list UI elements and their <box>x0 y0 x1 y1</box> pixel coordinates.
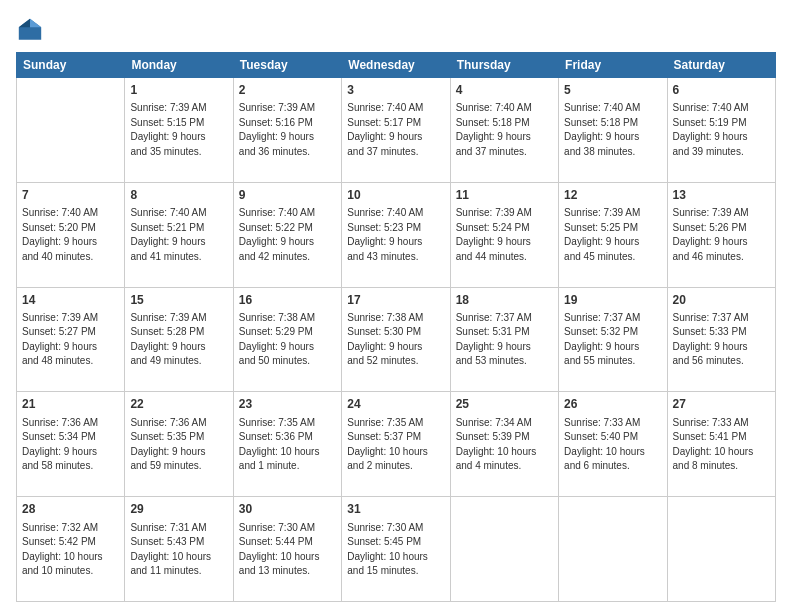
sunrise-text: Sunrise: 7:40 AM <box>22 206 119 221</box>
daylight-text: Daylight: 9 hours <box>456 340 553 355</box>
weekday-header-tuesday: Tuesday <box>233 53 341 78</box>
daylight-text: Daylight: 9 hours <box>130 340 227 355</box>
day-number: 22 <box>130 396 227 413</box>
calendar-cell: 27Sunrise: 7:33 AMSunset: 5:41 PMDayligh… <box>667 392 775 497</box>
day-number: 2 <box>239 82 336 99</box>
calendar-cell: 31Sunrise: 7:30 AMSunset: 5:45 PMDayligh… <box>342 497 450 602</box>
day-number: 9 <box>239 187 336 204</box>
day-number: 26 <box>564 396 661 413</box>
sunrise-text: Sunrise: 7:33 AM <box>673 416 770 431</box>
sunset-text: Sunset: 5:25 PM <box>564 221 661 236</box>
calendar-cell: 22Sunrise: 7:36 AMSunset: 5:35 PMDayligh… <box>125 392 233 497</box>
sunset-text: Sunset: 5:15 PM <box>130 116 227 131</box>
sunset-text: Sunset: 5:26 PM <box>673 221 770 236</box>
sunset-text: Sunset: 5:30 PM <box>347 325 444 340</box>
daylight-text: Daylight: 9 hours <box>239 130 336 145</box>
sunset-text: Sunset: 5:44 PM <box>239 535 336 550</box>
weekday-header-saturday: Saturday <box>667 53 775 78</box>
calendar-cell: 26Sunrise: 7:33 AMSunset: 5:40 PMDayligh… <box>559 392 667 497</box>
daylight-text: Daylight: 9 hours <box>347 340 444 355</box>
daylight-text: Daylight: 9 hours <box>130 130 227 145</box>
day-number: 18 <box>456 292 553 309</box>
calendar-cell: 19Sunrise: 7:37 AMSunset: 5:32 PMDayligh… <box>559 287 667 392</box>
sunrise-text: Sunrise: 7:40 AM <box>347 206 444 221</box>
sunrise-text: Sunrise: 7:30 AM <box>239 521 336 536</box>
daylight-text: Daylight: 9 hours <box>564 130 661 145</box>
day-number: 1 <box>130 82 227 99</box>
daylight-text: Daylight: 9 hours <box>564 340 661 355</box>
calendar-cell: 29Sunrise: 7:31 AMSunset: 5:43 PMDayligh… <box>125 497 233 602</box>
sunrise-text: Sunrise: 7:31 AM <box>130 521 227 536</box>
calendar-cell: 17Sunrise: 7:38 AMSunset: 5:30 PMDayligh… <box>342 287 450 392</box>
calendar-week-1: 1Sunrise: 7:39 AMSunset: 5:15 PMDaylight… <box>17 78 776 183</box>
logo <box>16 16 48 44</box>
calendar-cell: 18Sunrise: 7:37 AMSunset: 5:31 PMDayligh… <box>450 287 558 392</box>
sunrise-text: Sunrise: 7:40 AM <box>456 101 553 116</box>
calendar-cell: 11Sunrise: 7:39 AMSunset: 5:24 PMDayligh… <box>450 182 558 287</box>
calendar-cell: 14Sunrise: 7:39 AMSunset: 5:27 PMDayligh… <box>17 287 125 392</box>
daylight-text: and 8 minutes. <box>673 459 770 474</box>
daylight-text: Daylight: 9 hours <box>239 235 336 250</box>
sunrise-text: Sunrise: 7:39 AM <box>239 101 336 116</box>
day-number: 21 <box>22 396 119 413</box>
daylight-text: Daylight: 9 hours <box>130 235 227 250</box>
calendar-cell: 24Sunrise: 7:35 AMSunset: 5:37 PMDayligh… <box>342 392 450 497</box>
calendar-week-3: 14Sunrise: 7:39 AMSunset: 5:27 PMDayligh… <box>17 287 776 392</box>
weekday-header-sunday: Sunday <box>17 53 125 78</box>
daylight-text: and 4 minutes. <box>456 459 553 474</box>
sunset-text: Sunset: 5:43 PM <box>130 535 227 550</box>
calendar-cell: 5Sunrise: 7:40 AMSunset: 5:18 PMDaylight… <box>559 78 667 183</box>
daylight-text: Daylight: 10 hours <box>22 550 119 565</box>
sunset-text: Sunset: 5:24 PM <box>456 221 553 236</box>
daylight-text: Daylight: 10 hours <box>239 550 336 565</box>
page: SundayMondayTuesdayWednesdayThursdayFrid… <box>0 0 792 612</box>
weekday-row: SundayMondayTuesdayWednesdayThursdayFrid… <box>17 53 776 78</box>
sunset-text: Sunset: 5:19 PM <box>673 116 770 131</box>
daylight-text: and 35 minutes. <box>130 145 227 160</box>
day-number: 15 <box>130 292 227 309</box>
sunrise-text: Sunrise: 7:37 AM <box>673 311 770 326</box>
daylight-text: and 40 minutes. <box>22 250 119 265</box>
day-number: 5 <box>564 82 661 99</box>
daylight-text: Daylight: 9 hours <box>347 130 444 145</box>
day-number: 27 <box>673 396 770 413</box>
sunset-text: Sunset: 5:41 PM <box>673 430 770 445</box>
calendar-cell: 10Sunrise: 7:40 AMSunset: 5:23 PMDayligh… <box>342 182 450 287</box>
day-number: 28 <box>22 501 119 518</box>
sunset-text: Sunset: 5:34 PM <box>22 430 119 445</box>
calendar-cell <box>559 497 667 602</box>
daylight-text: and 58 minutes. <box>22 459 119 474</box>
day-number: 24 <box>347 396 444 413</box>
sunrise-text: Sunrise: 7:40 AM <box>347 101 444 116</box>
day-number: 12 <box>564 187 661 204</box>
daylight-text: Daylight: 9 hours <box>456 130 553 145</box>
daylight-text: and 36 minutes. <box>239 145 336 160</box>
daylight-text: Daylight: 10 hours <box>347 445 444 460</box>
day-number: 14 <box>22 292 119 309</box>
sunrise-text: Sunrise: 7:33 AM <box>564 416 661 431</box>
calendar-cell: 30Sunrise: 7:30 AMSunset: 5:44 PMDayligh… <box>233 497 341 602</box>
weekday-header-friday: Friday <box>559 53 667 78</box>
calendar-week-5: 28Sunrise: 7:32 AMSunset: 5:42 PMDayligh… <box>17 497 776 602</box>
sunrise-text: Sunrise: 7:38 AM <box>347 311 444 326</box>
daylight-text: and 48 minutes. <box>22 354 119 369</box>
daylight-text: and 46 minutes. <box>673 250 770 265</box>
day-number: 8 <box>130 187 227 204</box>
sunrise-text: Sunrise: 7:39 AM <box>130 101 227 116</box>
daylight-text: Daylight: 10 hours <box>456 445 553 460</box>
logo-icon <box>16 16 44 44</box>
sunrise-text: Sunrise: 7:34 AM <box>456 416 553 431</box>
sunset-text: Sunset: 5:32 PM <box>564 325 661 340</box>
sunset-text: Sunset: 5:18 PM <box>564 116 661 131</box>
sunset-text: Sunset: 5:23 PM <box>347 221 444 236</box>
daylight-text: and 59 minutes. <box>130 459 227 474</box>
daylight-text: and 56 minutes. <box>673 354 770 369</box>
sunrise-text: Sunrise: 7:40 AM <box>673 101 770 116</box>
sunrise-text: Sunrise: 7:36 AM <box>130 416 227 431</box>
day-number: 23 <box>239 396 336 413</box>
daylight-text: and 15 minutes. <box>347 564 444 579</box>
day-number: 11 <box>456 187 553 204</box>
sunrise-text: Sunrise: 7:39 AM <box>456 206 553 221</box>
sunrise-text: Sunrise: 7:35 AM <box>239 416 336 431</box>
daylight-text: Daylight: 9 hours <box>22 235 119 250</box>
